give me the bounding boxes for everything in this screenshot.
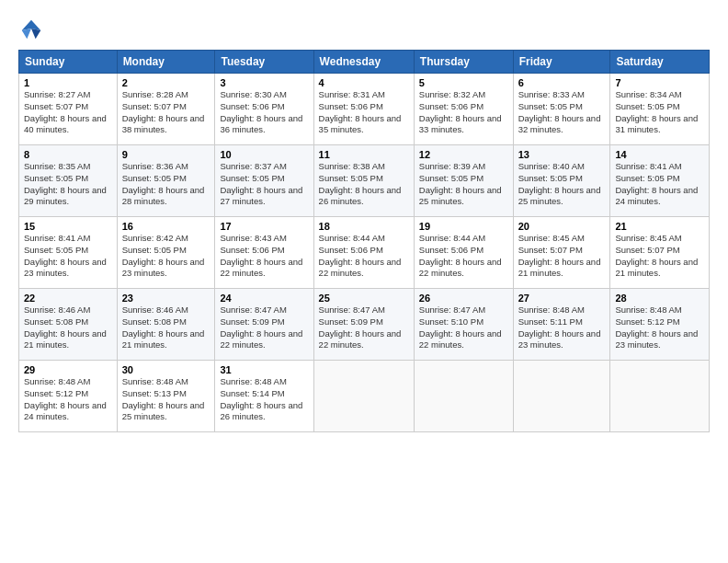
day-number: 26 xyxy=(419,293,508,304)
calendar-cell: 18 Sunrise: 8:44 AMSunset: 5:06 PMDaylig… xyxy=(313,217,414,289)
week-row-5: 29 Sunrise: 8:48 AMSunset: 5:12 PMDaylig… xyxy=(19,361,710,432)
calendar-cell xyxy=(513,361,610,432)
day-number: 3 xyxy=(220,77,308,88)
day-info: Sunrise: 8:35 AMSunset: 5:05 PMDaylight:… xyxy=(24,161,107,206)
day-number: 14 xyxy=(615,149,704,160)
calendar-cell: 10 Sunrise: 8:37 AMSunset: 5:05 PMDaylig… xyxy=(215,145,313,217)
day-number: 10 xyxy=(220,149,308,160)
weekday-header-sunday: Sunday xyxy=(19,51,118,74)
day-number: 13 xyxy=(518,149,606,160)
header xyxy=(18,17,710,42)
day-info: Sunrise: 8:32 AMSunset: 5:06 PMDaylight:… xyxy=(419,89,502,134)
calendar-cell: 25 Sunrise: 8:47 AMSunset: 5:09 PMDaylig… xyxy=(313,289,414,361)
weekday-header-friday: Friday xyxy=(513,51,610,74)
day-info: Sunrise: 8:47 AMSunset: 5:10 PMDaylight:… xyxy=(419,304,502,350)
day-number: 1 xyxy=(24,77,112,88)
day-info: Sunrise: 8:43 AMSunset: 5:06 PMDaylight:… xyxy=(220,233,302,278)
calendar-cell: 17 Sunrise: 8:43 AMSunset: 5:06 PMDaylig… xyxy=(215,217,313,289)
calendar-cell: 27 Sunrise: 8:48 AMSunset: 5:11 PMDaylig… xyxy=(513,289,610,361)
calendar-cell: 9 Sunrise: 8:36 AMSunset: 5:05 PMDayligh… xyxy=(117,145,215,217)
logo xyxy=(18,17,48,42)
day-info: Sunrise: 8:30 AMSunset: 5:06 PMDaylight:… xyxy=(220,89,302,134)
day-info: Sunrise: 8:36 AMSunset: 5:05 PMDaylight:… xyxy=(122,161,205,206)
calendar-cell: 15 Sunrise: 8:41 AMSunset: 5:05 PMDaylig… xyxy=(19,217,118,289)
day-info: Sunrise: 8:40 AMSunset: 5:05 PMDaylight:… xyxy=(518,161,601,206)
calendar-header: SundayMondayTuesdayWednesdayThursdayFrid… xyxy=(19,51,710,74)
calendar-cell: 13 Sunrise: 8:40 AMSunset: 5:05 PMDaylig… xyxy=(513,145,610,217)
day-number: 9 xyxy=(122,149,210,160)
day-info: Sunrise: 8:44 AMSunset: 5:06 PMDaylight:… xyxy=(319,233,402,278)
calendar-cell: 21 Sunrise: 8:45 AMSunset: 5:07 PMDaylig… xyxy=(610,217,710,289)
day-number: 30 xyxy=(122,364,210,375)
calendar-cell: 19 Sunrise: 8:44 AMSunset: 5:06 PMDaylig… xyxy=(414,217,513,289)
day-number: 21 xyxy=(615,221,704,232)
day-info: Sunrise: 8:28 AMSunset: 5:07 PMDaylight:… xyxy=(122,89,205,134)
calendar-cell: 14 Sunrise: 8:41 AMSunset: 5:05 PMDaylig… xyxy=(610,145,710,217)
calendar-table: SundayMondayTuesdayWednesdayThursdayFrid… xyxy=(18,50,710,432)
weekday-header-monday: Monday xyxy=(117,51,215,74)
day-info: Sunrise: 8:27 AMSunset: 5:07 PMDaylight:… xyxy=(24,89,107,134)
day-info: Sunrise: 8:48 AMSunset: 5:12 PMDaylight:… xyxy=(24,376,107,421)
day-number: 16 xyxy=(122,221,210,232)
day-number: 25 xyxy=(319,293,409,304)
day-number: 18 xyxy=(319,221,409,232)
day-number: 5 xyxy=(419,77,508,88)
svg-marker-2 xyxy=(22,29,31,39)
day-number: 15 xyxy=(24,221,112,232)
day-number: 28 xyxy=(615,293,704,304)
week-row-1: 1 Sunrise: 8:27 AMSunset: 5:07 PMDayligh… xyxy=(19,74,710,145)
day-info: Sunrise: 8:48 AMSunset: 5:13 PMDaylight:… xyxy=(122,376,205,421)
day-number: 27 xyxy=(518,293,606,304)
calendar-cell: 4 Sunrise: 8:31 AMSunset: 5:06 PMDayligh… xyxy=(313,74,414,145)
day-number: 22 xyxy=(24,293,112,304)
day-number: 19 xyxy=(419,221,508,232)
day-info: Sunrise: 8:34 AMSunset: 5:05 PMDaylight:… xyxy=(615,89,698,134)
weekday-header-saturday: Saturday xyxy=(610,51,710,74)
day-number: 20 xyxy=(518,221,606,232)
day-info: Sunrise: 8:31 AMSunset: 5:06 PMDaylight:… xyxy=(319,89,402,134)
day-info: Sunrise: 8:39 AMSunset: 5:05 PMDaylight:… xyxy=(419,161,502,206)
calendar-cell: 12 Sunrise: 8:39 AMSunset: 5:05 PMDaylig… xyxy=(414,145,513,217)
day-number: 4 xyxy=(319,77,409,88)
calendar-cell: 22 Sunrise: 8:46 AMSunset: 5:08 PMDaylig… xyxy=(19,289,118,361)
day-number: 24 xyxy=(220,293,308,304)
calendar-cell: 23 Sunrise: 8:46 AMSunset: 5:08 PMDaylig… xyxy=(117,289,215,361)
calendar-cell: 29 Sunrise: 8:48 AMSunset: 5:12 PMDaylig… xyxy=(19,361,118,432)
day-info: Sunrise: 8:46 AMSunset: 5:08 PMDaylight:… xyxy=(24,304,107,350)
logo-icon xyxy=(18,17,44,42)
calendar-cell: 31 Sunrise: 8:48 AMSunset: 5:14 PMDaylig… xyxy=(215,361,313,432)
day-info: Sunrise: 8:48 AMSunset: 5:14 PMDaylight:… xyxy=(220,376,302,421)
day-info: Sunrise: 8:48 AMSunset: 5:11 PMDaylight:… xyxy=(518,304,601,350)
day-info: Sunrise: 8:45 AMSunset: 5:07 PMDaylight:… xyxy=(615,233,698,278)
calendar-cell: 20 Sunrise: 8:45 AMSunset: 5:07 PMDaylig… xyxy=(513,217,610,289)
day-number: 31 xyxy=(220,364,308,375)
day-info: Sunrise: 8:45 AMSunset: 5:07 PMDaylight:… xyxy=(518,233,601,278)
week-row-2: 8 Sunrise: 8:35 AMSunset: 5:05 PMDayligh… xyxy=(19,145,710,217)
calendar-cell: 24 Sunrise: 8:47 AMSunset: 5:09 PMDaylig… xyxy=(215,289,313,361)
day-number: 8 xyxy=(24,149,112,160)
day-number: 2 xyxy=(122,77,210,88)
calendar-cell: 2 Sunrise: 8:28 AMSunset: 5:07 PMDayligh… xyxy=(117,74,215,145)
day-number: 7 xyxy=(615,77,704,88)
calendar-cell: 16 Sunrise: 8:42 AMSunset: 5:05 PMDaylig… xyxy=(117,217,215,289)
day-info: Sunrise: 8:33 AMSunset: 5:05 PMDaylight:… xyxy=(518,89,601,134)
day-number: 17 xyxy=(220,221,308,232)
calendar-cell: 7 Sunrise: 8:34 AMSunset: 5:05 PMDayligh… xyxy=(610,74,710,145)
day-number: 12 xyxy=(419,149,508,160)
calendar-cell: 30 Sunrise: 8:48 AMSunset: 5:13 PMDaylig… xyxy=(117,361,215,432)
day-info: Sunrise: 8:46 AMSunset: 5:08 PMDaylight:… xyxy=(122,304,205,350)
calendar-cell xyxy=(414,361,513,432)
calendar-cell: 28 Sunrise: 8:48 AMSunset: 5:12 PMDaylig… xyxy=(610,289,710,361)
svg-marker-1 xyxy=(31,29,40,39)
day-info: Sunrise: 8:47 AMSunset: 5:09 PMDaylight:… xyxy=(220,304,302,350)
calendar-cell: 1 Sunrise: 8:27 AMSunset: 5:07 PMDayligh… xyxy=(19,74,118,145)
weekday-header-wednesday: Wednesday xyxy=(313,51,414,74)
calendar-cell: 26 Sunrise: 8:47 AMSunset: 5:10 PMDaylig… xyxy=(414,289,513,361)
calendar-cell: 6 Sunrise: 8:33 AMSunset: 5:05 PMDayligh… xyxy=(513,74,610,145)
day-number: 6 xyxy=(518,77,606,88)
day-number: 23 xyxy=(122,293,210,304)
calendar-cell: 8 Sunrise: 8:35 AMSunset: 5:05 PMDayligh… xyxy=(19,145,118,217)
day-number: 29 xyxy=(24,364,112,375)
day-info: Sunrise: 8:48 AMSunset: 5:12 PMDaylight:… xyxy=(615,304,698,350)
svg-marker-0 xyxy=(22,20,41,30)
